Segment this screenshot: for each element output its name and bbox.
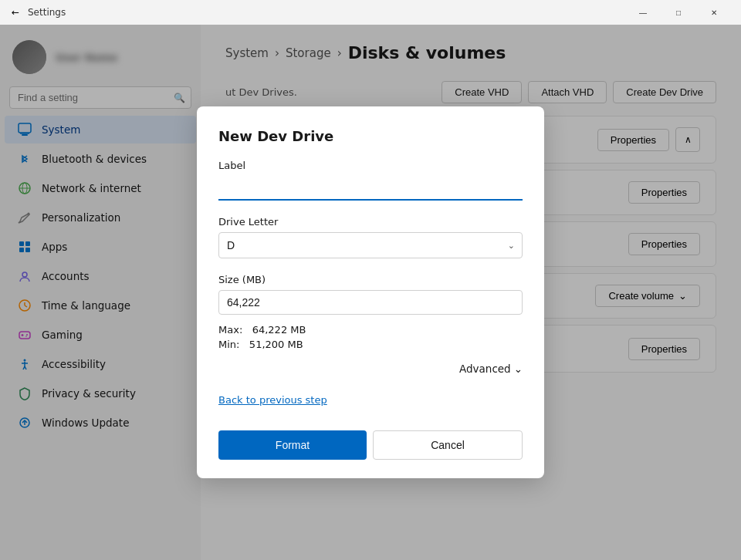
min-size-info: Min: 51,200 MB xyxy=(218,339,523,350)
format-button[interactable]: Format xyxy=(218,430,367,460)
size-input[interactable] xyxy=(218,290,523,315)
drive-letter-select[interactable]: C D E F G xyxy=(218,232,523,258)
back-link[interactable]: Back to previous step xyxy=(218,393,523,424)
window-controls: — □ ✕ xyxy=(625,0,732,25)
modal-overlay: New Dev Drive Label Drive Letter C D E F… xyxy=(0,25,741,560)
drive-letter-label: Drive Letter xyxy=(218,216,523,228)
min-label: Min: xyxy=(218,339,239,350)
advanced-chevron-icon: ⌄ xyxy=(514,363,523,375)
back-link-text: Back to previous step xyxy=(218,394,327,406)
label-input[interactable] xyxy=(218,176,523,201)
maximize-button[interactable]: □ xyxy=(661,0,696,25)
cancel-button[interactable]: Cancel xyxy=(373,430,523,460)
back-button[interactable]: ← xyxy=(9,6,22,19)
min-value: 51,200 MB xyxy=(249,339,303,350)
dialog-title: New Dev Drive xyxy=(218,128,523,144)
app-title: Settings xyxy=(28,7,66,18)
max-value: 64,222 MB xyxy=(252,324,306,336)
size-field-label: Size (MB) xyxy=(218,274,523,285)
label-field-label: Label xyxy=(218,160,523,171)
max-size-info: Max: 64,222 MB xyxy=(218,324,523,336)
title-bar: ← Settings — □ ✕ xyxy=(0,0,741,25)
advanced-row[interactable]: Advanced ⌄ xyxy=(218,363,523,375)
close-button[interactable]: ✕ xyxy=(696,0,732,25)
new-dev-drive-dialog: New Dev Drive Label Drive Letter C D E F… xyxy=(197,106,544,478)
drive-letter-wrapper: C D E F G ⌄ xyxy=(218,232,523,258)
max-label: Max: xyxy=(218,324,242,336)
dialog-footer: Format Cancel xyxy=(218,430,523,460)
advanced-label: Advanced xyxy=(459,363,511,375)
minimize-button[interactable]: — xyxy=(625,0,661,25)
